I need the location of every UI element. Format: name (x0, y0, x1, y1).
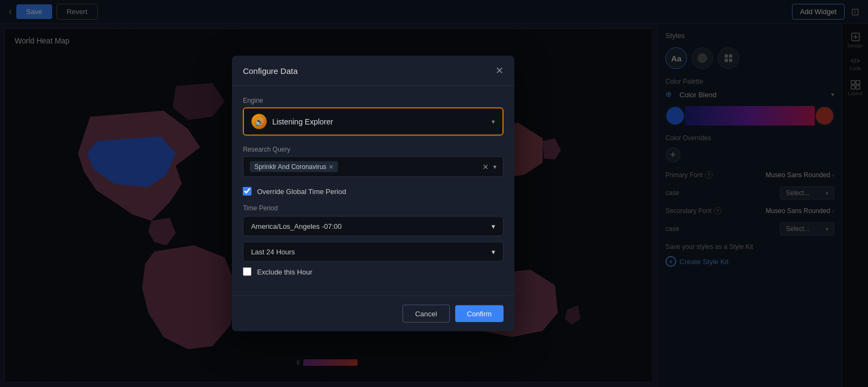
engine-name: Listening Explorer (272, 117, 333, 126)
override-checkbox-label: Override Global Time Period (257, 187, 346, 195)
modal-title: Configure Data (243, 66, 298, 75)
engine-field-group: Engine 🔊 Listening Explorer ▾ (243, 97, 504, 136)
engine-dropdown-arrow: ▾ (492, 118, 495, 126)
engine-icon: 🔊 (251, 114, 267, 129)
engine-left: 🔊 Listening Explorer (251, 114, 333, 129)
research-query-label: Research Query (243, 146, 504, 153)
cancel-button[interactable]: Cancel (402, 305, 449, 323)
modal-footer: Cancel Confirm (232, 296, 514, 332)
configure-data-modal: Configure Data ✕ Engine 🔊 Listening Expl… (232, 56, 514, 332)
exclude-hour-checkbox[interactable] (243, 267, 251, 276)
override-checkbox-row: Override Global Time Period (243, 187, 504, 196)
timezone-select[interactable]: America/Los_Angeles -07:00 ▾ (243, 216, 504, 236)
exclude-hour-row: Exclude this Hour (243, 267, 504, 276)
query-actions: ✕ ▾ (482, 163, 496, 171)
tag-remove-button[interactable]: ✕ (329, 163, 334, 170)
modal-header: Configure Data ✕ (232, 56, 514, 86)
timezone-value: America/Los_Angeles -07:00 (251, 222, 342, 230)
clear-icon[interactable]: ✕ (482, 163, 489, 171)
duration-arrow: ▾ (492, 248, 495, 256)
engine-box: 🔊 Listening Explorer ▾ (243, 108, 504, 136)
modal-body: Engine 🔊 Listening Explorer ▾ Research Q… (232, 86, 514, 296)
query-dropdown-arrow: ▾ (493, 163, 496, 171)
engine-label: Engine (243, 97, 504, 104)
duration-select[interactable]: Last 24 Hours ▾ (243, 242, 504, 262)
confirm-button[interactable]: Confirm (455, 305, 504, 322)
modal-close-button[interactable]: ✕ (495, 65, 504, 77)
query-tag-text: Sprinklr And Coronavirus (254, 163, 326, 171)
engine-select[interactable]: 🔊 Listening Explorer ▾ (244, 109, 502, 135)
timezone-arrow: ▾ (492, 222, 495, 230)
query-tag: Sprinklr And Coronavirus ✕ (250, 161, 338, 172)
exclude-hour-label: Exclude this Hour (257, 267, 312, 276)
research-query-field-group: Research Query Sprinklr And Coronavirus … (243, 146, 504, 177)
query-tags: Sprinklr And Coronavirus ✕ (250, 161, 482, 172)
research-query-select[interactable]: Sprinklr And Coronavirus ✕ ✕ ▾ (243, 157, 504, 177)
duration-value: Last 24 Hours (251, 248, 295, 256)
override-checkbox[interactable] (243, 187, 251, 196)
time-period-label: Time Period (243, 204, 504, 212)
